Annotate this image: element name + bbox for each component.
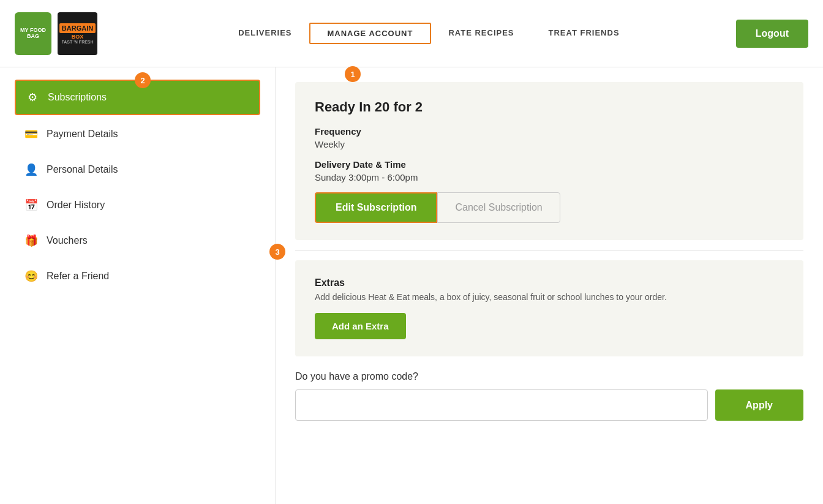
frequency-label: Frequency	[315, 126, 784, 137]
delivery-label: Delivery Date & Time	[315, 159, 784, 170]
bargainbox-logo[interactable]: BARGAIN BOX FAST 'N FRESH	[58, 12, 97, 55]
gear-icon: ⚙	[26, 91, 39, 104]
sidebar-item-personal-details[interactable]: 👤 Personal Details	[15, 153, 260, 186]
subscription-title: Ready In 20 for 2	[315, 99, 784, 115]
annotation-badge-3: 3	[269, 244, 285, 260]
main-nav: DELIVERIES MANAGE ACCOUNT RATE RECIPES T…	[122, 23, 736, 44]
delivery-value: Sunday 3:00pm - 6:00pm	[315, 172, 784, 182]
sidebar-item-order-history[interactable]: 📅 Order History	[15, 189, 260, 222]
smile-icon: 😊	[24, 269, 38, 283]
sidebar-label-vouchers: Vouchers	[47, 235, 88, 246]
nav-rate-recipes[interactable]: RATE RECIPES	[431, 23, 531, 44]
voucher-icon: 🎁	[24, 234, 38, 247]
calendar-icon: 📅	[24, 198, 38, 212]
sidebar-label-personal: Personal Details	[47, 164, 118, 175]
extras-description: Add delicious Heat & Eat meals, a box of…	[315, 292, 784, 302]
subscription-card: Ready In 20 for 2 Frequency Weekly Deliv…	[295, 82, 803, 240]
frequency-value: Weekly	[315, 139, 784, 149]
nav-treat-friends[interactable]: TREAT FRIENDS	[532, 23, 637, 44]
myfoodbag-logo[interactable]: MY FOOD BAG	[15, 12, 51, 55]
edit-subscription-button[interactable]: Edit Subscription	[315, 192, 437, 223]
sidebar-item-refer-friend[interactable]: 😊 Refer a Friend	[15, 260, 260, 293]
extras-title: Extras	[315, 277, 784, 288]
nav-deliveries[interactable]: DELIVERIES	[221, 23, 309, 44]
nav-manage-account[interactable]: MANAGE ACCOUNT	[309, 23, 432, 44]
annotation-badge-2: 2	[135, 72, 151, 88]
promo-row: Apply	[295, 389, 803, 421]
main-layout: ⚙ Subscriptions 💳 Payment Details 👤 Pers…	[0, 67, 823, 504]
logout-button[interactable]: Logout	[736, 20, 808, 48]
promo-label: Do you have a promo code?	[295, 371, 803, 382]
sidebar: ⚙ Subscriptions 💳 Payment Details 👤 Pers…	[0, 67, 276, 504]
creditcard-icon: 💳	[24, 127, 38, 141]
sidebar-label-refer: Refer a Friend	[47, 271, 109, 282]
annotation-badge-1: 1	[345, 66, 361, 82]
subscription-actions: Edit Subscription Cancel Subscription	[315, 192, 784, 223]
sidebar-label-orders: Order History	[47, 200, 105, 211]
header: MY FOOD BAG BARGAIN BOX FAST 'N FRESH DE…	[0, 0, 823, 67]
sidebar-item-payment-details[interactable]: 💳 Payment Details	[15, 118, 260, 151]
logo-area: MY FOOD BAG BARGAIN BOX FAST 'N FRESH	[15, 12, 97, 55]
add-extra-button[interactable]: Add an Extra	[315, 313, 406, 339]
header-right: Logout	[736, 20, 808, 48]
promo-code-input[interactable]	[295, 389, 708, 421]
sidebar-label-subscriptions: Subscriptions	[48, 92, 107, 103]
sidebar-label-payment: Payment Details	[47, 129, 118, 140]
person-icon: 👤	[24, 163, 38, 176]
extras-card: Extras Add delicious Heat & Eat meals, a…	[295, 260, 803, 356]
promo-section: Do you have a promo code? Apply	[295, 371, 803, 435]
apply-button[interactable]: Apply	[715, 389, 803, 421]
cancel-subscription-button[interactable]: Cancel Subscription	[437, 192, 560, 223]
sidebar-item-vouchers[interactable]: 🎁 Vouchers	[15, 224, 260, 257]
section-divider	[295, 250, 803, 250]
main-content: Ready In 20 for 2 Frequency Weekly Deliv…	[276, 67, 823, 504]
